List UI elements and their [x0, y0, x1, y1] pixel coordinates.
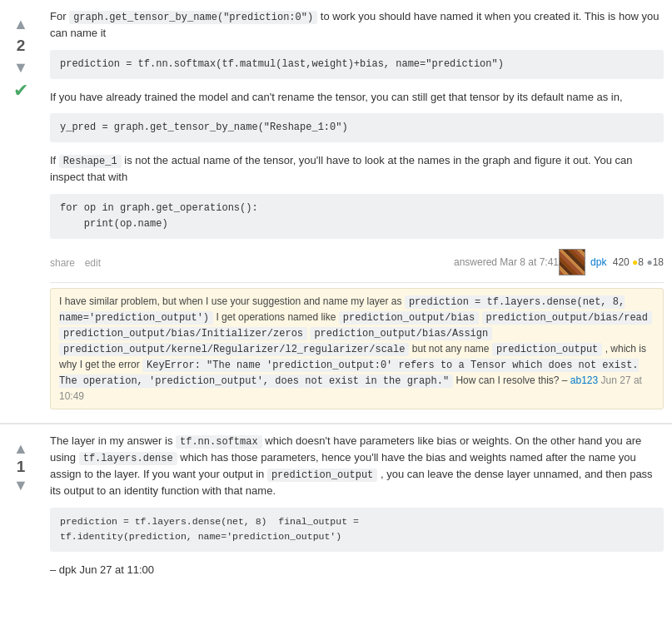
para2: If you have already trained the model an… — [50, 89, 664, 106]
answer-1: ▲ 2 ▼ ✔ For graph.get_tensor_by_name("pr… — [0, 0, 672, 424]
answer-1-meta: share edit answered Mar 8 at 7:41 dpk 42… — [50, 249, 664, 275]
upvote-button-1[interactable]: ▲ — [12, 15, 30, 33]
answer2-end: – dpk Jun 27 at 11:00 — [50, 562, 664, 578]
intro-paragraph-1: For graph.get_tensor_by_name("prediction… — [50, 8, 664, 42]
answer-1-body: For graph.get_tensor_by_name("prediction… — [42, 8, 672, 414]
vote-column-2: ▲ 1 ▼ — [0, 433, 42, 494]
comment-code-6: prediction_output/kernel/Regularizer/l2_… — [59, 343, 409, 356]
user-avatar-1 — [559, 249, 585, 275]
vote-count-1: 2 — [17, 37, 26, 55]
comment-user-1[interactable]: ab123 — [570, 375, 598, 386]
accepted-checkmark: ✔ — [13, 80, 28, 102]
user-card-1: answered Mar 8 at 7:41 dpk 420 ●8 ●18 — [454, 249, 664, 275]
code-block-2-content: y_pred = graph.get_tensor_by_name("Resha… — [60, 122, 348, 133]
code-block-3: for op in graph.get_operations(): print(… — [50, 194, 664, 239]
edit-link-1[interactable]: edit — [85, 257, 101, 269]
vote-count-2: 1 — [17, 458, 26, 476]
comments-section-1: I have similar problem, but when I use y… — [50, 282, 664, 409]
badge-silver-count-1: 18 — [653, 256, 664, 268]
answer-actions-1: share edit — [50, 256, 107, 269]
answer-2: ▲ 1 ▼ The layer in my answer is tf.nn.so… — [0, 424, 672, 594]
badge-gold-count-1: 8 — [638, 256, 644, 268]
code-block-1-content: prediction = tf.nn.softmax(tf.matmul(las… — [60, 58, 504, 70]
comment-code-4: prediction_output/bias/Initializer/zeros — [59, 327, 307, 340]
inline-code-1: graph.get_tensor_by_name("prediction:0") — [69, 11, 317, 24]
answer2-end-text: – dpk Jun 27 at 11:00 — [50, 563, 154, 576]
answer-1-row: ▲ 2 ▼ ✔ For graph.get_tensor_by_name("pr… — [0, 8, 672, 414]
downvote-button-2[interactable]: ▼ — [12, 476, 30, 494]
answered-time-1: answered Mar 8 at 7:41 — [454, 256, 559, 268]
answer2-para1: The layer in my answer is tf.nn.softmax … — [50, 433, 664, 499]
user-name-1[interactable]: dpk — [590, 256, 606, 268]
comment-1: I have similar problem, but when I use y… — [50, 288, 664, 409]
user-info-1: dpk 420 ●8 ●18 — [590, 256, 664, 268]
intro-text-1: For — [50, 10, 67, 22]
downvote-button-1[interactable]: ▼ — [12, 58, 30, 77]
avatar-img-1 — [559, 249, 585, 275]
rep-score-1: 420 — [613, 256, 630, 268]
comment-text-part-3: but not any name — [412, 343, 490, 355]
user-rep-1: 420 ●8 ●18 — [613, 256, 664, 268]
comment-code-2: prediction_output/bias — [339, 311, 479, 325]
comment-code-3: prediction_output/bias/read — [482, 311, 652, 325]
comment-code-7: prediction_output — [492, 343, 602, 356]
answer-2-body: The layer in my answer is tf.nn.softmax … — [42, 433, 672, 586]
para3-text-2: is not the actual name of the tensor, yo… — [50, 154, 633, 183]
answer2-code-1: tf.nn.softmax — [176, 435, 262, 449]
upvote-button-2[interactable]: ▲ — [12, 439, 30, 458]
badge-silver-icon-1: ● — [646, 256, 652, 268]
comment-text-1: I have similar problem, but when I use y… — [59, 295, 652, 402]
comment-text-part-2: I get operations named like — [216, 311, 336, 323]
comment-text-part-1: I have similar problem, but when I use y… — [59, 295, 402, 307]
vote-column-1: ▲ 2 ▼ ✔ — [0, 8, 42, 102]
answer2-text-1: The layer in my answer is — [50, 434, 172, 447]
code-block-2: y_pred = graph.get_tensor_by_name("Resha… — [50, 113, 664, 142]
para3-text-1: If — [50, 154, 56, 166]
inline-code-2: Reshape_1 — [59, 155, 122, 168]
answer2-code-block: prediction = tf.layers.dense(net, 8) fin… — [50, 508, 664, 552]
comment-code-5: prediction_output/bias/Assign — [310, 327, 492, 340]
code-block-1: prediction = tf.nn.softmax(tf.matmul(las… — [50, 50, 664, 79]
answer2-code-2: tf.layers.dense — [79, 452, 177, 465]
answer2-code-3: prediction_output — [267, 469, 377, 482]
code-block-3-content: for op in graph.get_operations(): print(… — [60, 202, 258, 230]
share-link-1[interactable]: share — [50, 257, 75, 269]
answer-2-row: ▲ 1 ▼ The layer in my answer is tf.nn.so… — [0, 433, 672, 586]
comment-text-part-5: How can I resolve this? – — [455, 375, 567, 386]
para3: If Reshape_1 is not the actual name of t… — [50, 152, 664, 186]
